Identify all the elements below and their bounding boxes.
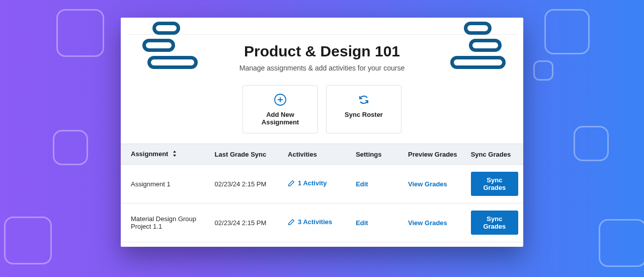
bg-shape — [56, 9, 104, 57]
col-header-last-sync: Last Grade Sync — [210, 144, 283, 165]
pencil-icon — [288, 180, 295, 187]
col-header-assignment-label: Assignment — [131, 150, 168, 158]
table-header-row: Assignment Last Grade Sync Activities Se… — [121, 144, 523, 165]
bg-shape — [53, 130, 88, 165]
sync-grades-button[interactable]: Sync Grades — [471, 211, 518, 235]
activities-link[interactable]: 3 Activities — [288, 218, 332, 226]
last-sync-value: 02/23/24 2:15 PM — [210, 165, 283, 203]
bg-shape — [599, 219, 644, 267]
activities-link-label: 1 Activity — [298, 179, 327, 187]
view-grades-link[interactable]: View Grades — [408, 219, 447, 227]
sort-icon — [172, 151, 177, 158]
primary-actions: Add New Assignment Sync Roster — [121, 85, 523, 133]
header-area: Product & Design 101 Manage assignments … — [121, 18, 523, 133]
assignments-table: Assignment Last Grade Sync Activities Se… — [121, 144, 523, 242]
decorative-pills-right — [450, 22, 506, 69]
sync-roster-label: Sync Roster — [331, 111, 397, 118]
add-assignment-button[interactable]: Add New Assignment — [243, 85, 318, 133]
add-assignment-label: Add New Assignment — [247, 111, 313, 126]
col-header-activities: Activities — [283, 144, 351, 165]
bg-shape — [544, 9, 590, 54]
edit-link[interactable]: Edit — [356, 219, 368, 227]
col-header-settings: Settings — [351, 144, 403, 165]
bg-shape — [533, 60, 553, 81]
plus-circle-icon — [273, 93, 287, 107]
sync-icon — [357, 93, 371, 107]
assignment-name: Material Design Group Project 1.1 — [121, 203, 210, 242]
col-header-assignment[interactable]: Assignment — [121, 144, 210, 165]
bg-shape — [574, 126, 609, 161]
pencil-icon — [288, 219, 295, 226]
last-sync-value: 02/23/24 2:15 PM — [210, 203, 283, 242]
activities-link-label: 3 Activities — [298, 218, 332, 226]
table-row: Assignment 1 02/23/24 2:15 PM 1 Activity… — [121, 165, 523, 203]
table-row: Material Design Group Project 1.1 02/23/… — [121, 203, 523, 242]
sync-grades-button[interactable]: Sync Grades — [471, 172, 518, 196]
course-card: Product & Design 101 Manage assignments … — [121, 18, 523, 247]
edit-link[interactable]: Edit — [356, 180, 368, 188]
col-header-preview: Preview Grades — [403, 144, 466, 165]
assignment-name: Assignment 1 — [121, 165, 210, 203]
view-grades-link[interactable]: View Grades — [408, 180, 447, 188]
activities-link[interactable]: 1 Activity — [288, 179, 327, 187]
bg-shape — [4, 217, 52, 264]
decorative-pills-left — [138, 22, 198, 69]
sync-roster-button[interactable]: Sync Roster — [326, 85, 401, 133]
col-header-sync-grades: Sync Grades — [466, 144, 523, 165]
